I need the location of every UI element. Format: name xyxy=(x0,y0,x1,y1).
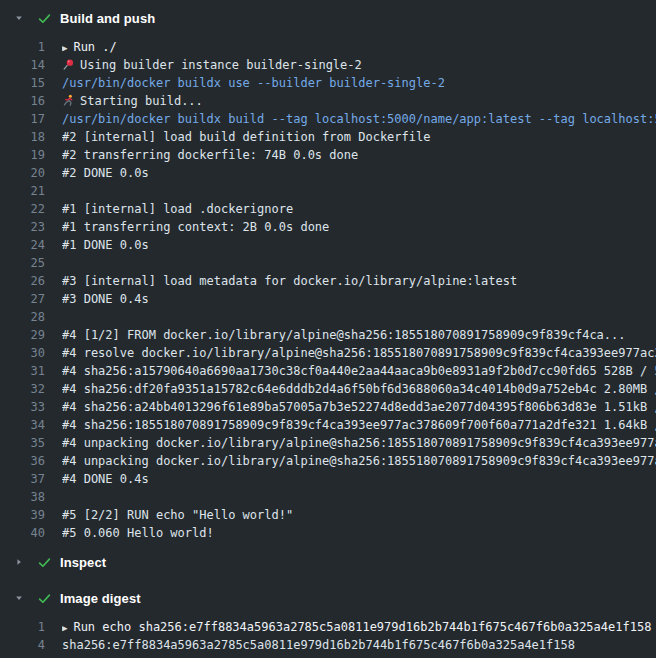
log-line: 31 #4 sha256:a15790640a6690aa1730c38cf0a… xyxy=(0,362,656,380)
log-line-text: #4 sha256:a15790640a6690aa1730c38cf0a440… xyxy=(62,362,656,380)
log-line-text: #2 transferring dockerfile: 74B 0.0s don… xyxy=(62,146,656,164)
section-title: Image digest xyxy=(60,591,141,606)
log-line-text: #1 transferring context: 2B 0.0s done xyxy=(62,218,656,236)
log-line-text: #4 sha256:df20fa9351a15782c64e6dddb2d4a6… xyxy=(62,380,656,398)
line-number[interactable]: 1 xyxy=(0,38,45,56)
log-section-inspect: Inspect xyxy=(0,544,656,580)
line-number[interactable]: 37 xyxy=(0,470,45,488)
actions-log-viewer: Build and push 1 ▶Run ./ 14 Using builde… xyxy=(0,0,656,658)
line-number[interactable]: 38 xyxy=(0,488,45,506)
line-number[interactable]: 15 xyxy=(0,74,45,92)
log-line: 27 #3 DONE 0.4s xyxy=(0,290,656,308)
section-title: Inspect xyxy=(60,555,106,570)
line-number[interactable]: 19 xyxy=(0,146,45,164)
line-number[interactable]: 33 xyxy=(0,398,45,416)
pushpin-icon xyxy=(62,58,75,71)
log-line: 21 xyxy=(0,182,656,200)
log-line: 38 xyxy=(0,488,656,506)
line-number[interactable]: 31 xyxy=(0,362,45,380)
log-line: 26 #3 [internal] load metadata for docke… xyxy=(0,272,656,290)
log-line: 39 #5 [2/2] RUN echo "Hello world!" xyxy=(0,506,656,524)
log-line: 24 #1 DONE 0.0s xyxy=(0,236,656,254)
line-number[interactable]: 30 xyxy=(0,344,45,362)
log-line: 34 #4 sha256:185518070891758909c9f839cf4… xyxy=(0,416,656,434)
line-number[interactable]: 29 xyxy=(0,326,45,344)
log-line-text: #2 [internal] load build definition from… xyxy=(62,128,656,146)
log-line: 16 Starting build... xyxy=(0,92,656,110)
log-line-text xyxy=(62,488,656,506)
group-expand-icon[interactable]: ▶ xyxy=(62,619,67,636)
chevron-right-icon[interactable] xyxy=(14,557,24,567)
chevron-down-icon[interactable] xyxy=(14,593,24,603)
section-lines: 1 ▶Run ./ 14 Using builder instance buil… xyxy=(0,36,656,544)
line-number[interactable]: 21 xyxy=(0,182,45,200)
log-line: 17 /usr/bin/docker buildx build --tag lo… xyxy=(0,110,656,128)
log-line: 19 #2 transferring dockerfile: 74B 0.0s … xyxy=(0,146,656,164)
runner-icon xyxy=(62,94,75,107)
log-line-text: #4 DONE 0.4s xyxy=(62,470,656,488)
line-number[interactable]: 25 xyxy=(0,254,45,272)
log-line: 23 #1 transferring context: 2B 0.0s done xyxy=(0,218,656,236)
log-line-text: sha256:e7ff8834a5963a2785c5a0811e979d16b… xyxy=(62,636,656,654)
line-number[interactable]: 36 xyxy=(0,452,45,470)
group-expand-icon[interactable]: ▶ xyxy=(62,39,67,56)
chevron-down-icon[interactable] xyxy=(14,13,24,23)
log-line: 40 #5 0.060 Hello world! xyxy=(0,524,656,542)
line-number[interactable]: 34 xyxy=(0,416,45,434)
log-line-text: #4 sha256:a24bb4013296f61e89ba57005a7b3e… xyxy=(62,398,656,416)
section-header-build-and-push[interactable]: Build and push xyxy=(0,0,656,36)
log-line: 14 Using builder instance builder-single… xyxy=(0,56,656,74)
line-number[interactable]: 20 xyxy=(0,164,45,182)
log-line-text: /usr/bin/docker buildx build --tag local… xyxy=(62,110,656,128)
log-line: 28 xyxy=(0,308,656,326)
log-line: 35 #4 unpacking docker.io/library/alpine… xyxy=(0,434,656,452)
line-number[interactable]: 14 xyxy=(0,56,45,74)
log-line-text: #4 [1/2] FROM docker.io/library/alpine@s… xyxy=(62,326,656,344)
section-header-inspect[interactable]: Inspect xyxy=(0,544,656,580)
line-number[interactable]: 35 xyxy=(0,434,45,452)
log-line: 30 #4 resolve docker.io/library/alpine@s… xyxy=(0,344,656,362)
line-number[interactable]: 39 xyxy=(0,506,45,524)
line-number[interactable]: 1 xyxy=(0,618,45,636)
line-number[interactable]: 17 xyxy=(0,110,45,128)
log-line-text: #3 [internal] load metadata for docker.i… xyxy=(62,272,656,290)
log-line-text: ▶Run ./ xyxy=(62,38,656,56)
log-line-text xyxy=(62,254,656,272)
section-title: Build and push xyxy=(60,11,155,26)
log-line: 1 ▶Run echo sha256:e7ff8834a5963a2785c5a… xyxy=(0,618,656,636)
line-number[interactable]: 32 xyxy=(0,380,45,398)
log-line: 36 #4 unpacking docker.io/library/alpine… xyxy=(0,452,656,470)
line-number[interactable]: 24 xyxy=(0,236,45,254)
log-line: 29 #4 [1/2] FROM docker.io/library/alpin… xyxy=(0,326,656,344)
log-line-text: Starting build... xyxy=(62,92,656,110)
log-section-image-digest: Image digest 1 ▶Run echo sha256:e7ff8834… xyxy=(0,580,656,656)
log-line: 22 #1 [internal] load .dockerignore xyxy=(0,200,656,218)
log-line: 33 #4 sha256:a24bb4013296f61e89ba57005a7… xyxy=(0,398,656,416)
line-number[interactable]: 4 xyxy=(0,636,45,654)
log-line: 25 xyxy=(0,254,656,272)
line-number[interactable]: 26 xyxy=(0,272,45,290)
line-number[interactable]: 27 xyxy=(0,290,45,308)
log-line: 15 /usr/bin/docker buildx use --builder … xyxy=(0,74,656,92)
log-line-text: #1 [internal] load .dockerignore xyxy=(62,200,656,218)
log-line-text: #5 0.060 Hello world! xyxy=(62,524,656,542)
line-number[interactable]: 18 xyxy=(0,128,45,146)
log-line-text: ▶Run echo sha256:e7ff8834a5963a2785c5a08… xyxy=(62,618,656,636)
log-line-text: #4 resolve docker.io/library/alpine@sha2… xyxy=(62,344,656,362)
log-line: 32 #4 sha256:df20fa9351a15782c64e6dddb2d… xyxy=(0,380,656,398)
log-line-text: #2 DONE 0.0s xyxy=(62,164,656,182)
line-number[interactable]: 22 xyxy=(0,200,45,218)
success-check-icon xyxy=(36,554,52,570)
line-number[interactable]: 28 xyxy=(0,308,45,326)
log-line-text: Using builder instance builder-single-2 xyxy=(62,56,656,74)
success-check-icon xyxy=(36,590,52,606)
line-number[interactable]: 40 xyxy=(0,524,45,542)
log-line-text: #1 DONE 0.0s xyxy=(62,236,656,254)
line-number[interactable]: 23 xyxy=(0,218,45,236)
log-section-build-and-push: Build and push 1 ▶Run ./ 14 Using builde… xyxy=(0,0,656,544)
log-line-text: #4 unpacking docker.io/library/alpine@sh… xyxy=(62,434,656,452)
log-line: 4 sha256:e7ff8834a5963a2785c5a0811e979d1… xyxy=(0,636,656,654)
log-line: 20 #2 DONE 0.0s xyxy=(0,164,656,182)
section-header-image-digest[interactable]: Image digest xyxy=(0,580,656,616)
line-number[interactable]: 16 xyxy=(0,92,45,110)
